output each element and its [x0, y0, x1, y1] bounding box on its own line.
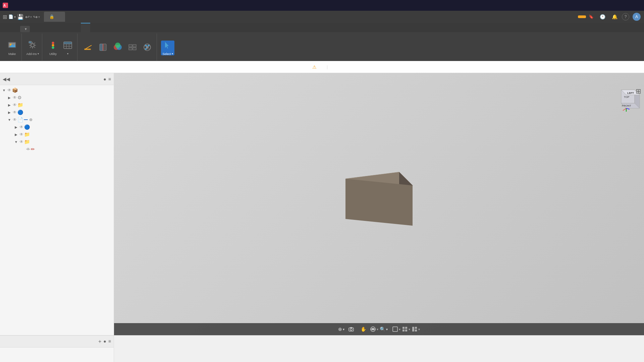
make-image-btn[interactable]: Make [5, 41, 19, 55]
table-btn[interactable]: ▾ [61, 41, 74, 55]
undo-btn[interactable]: ↩▾ [25, 14, 32, 20]
browser-actions: ● ≡ [103, 76, 111, 82]
svg-rect-8 [29, 42, 32, 43]
tree-item-origin2[interactable]: ▶ 👁 🔵 [0, 123, 114, 131]
eye-icon-views[interactable]: 👁 [13, 103, 17, 107]
display-mode-dropdown[interactable]: ▾ [392, 326, 400, 332]
make-group-icons: Make [5, 34, 19, 61]
svg-point-30 [115, 43, 120, 48]
tree-item-unsaved[interactable]: ▼ 👁 📦 [0, 86, 114, 94]
section-btn[interactable] [96, 41, 110, 55]
main-area: ⚠ | ◀◀ ● ≡ ▼ 👁 📦 ▶ [0, 61, 644, 335]
close-button[interactable] [628, 0, 641, 11]
tab-solid[interactable] [31, 23, 40, 32]
display-btn[interactable] [126, 41, 139, 55]
tree-item-origin[interactable]: ▶ 👁 🔵 [0, 109, 114, 116]
bell-icon[interactable]: 🔔 [610, 12, 619, 21]
comments-add-btn[interactable]: + [98, 339, 101, 345]
viewport[interactable]: LEFT TOP FRONT ⊞ ⊕▾ [114, 73, 644, 335]
tree-expand-root[interactable]: ▼ [1, 88, 7, 92]
clock-icon[interactable]: 🕐 [598, 12, 607, 21]
tab-plastic[interactable] [71, 23, 80, 32]
active-tab[interactable]: 🔒 [44, 12, 65, 22]
component-label [24, 119, 28, 120]
orbit-dropdown[interactable]: ▾ [370, 326, 378, 332]
comments-header: + ● ≡ [0, 336, 114, 348]
tree-expand-sketches[interactable]: ▼ [13, 140, 19, 144]
svg-rect-31 [129, 45, 132, 47]
utility-group: Utility [44, 34, 77, 62]
traffic-light-btn[interactable]: Utility [46, 41, 60, 55]
object-display-btn[interactable] [141, 41, 154, 55]
minimize-button[interactable] [598, 0, 612, 11]
svg-rect-34 [133, 48, 136, 50]
unsaved-indicator: ⚠ [312, 64, 319, 70]
tree-expand-origin2[interactable]: ▶ [13, 125, 19, 129]
zoom-dropdown[interactable]: 🔍▾ [380, 326, 388, 332]
tab-sheet-metal[interactable] [61, 23, 70, 32]
svg-text:LEFT: LEFT [627, 92, 634, 95]
svg-rect-68 [415, 327, 417, 329]
eye-icon-bodies[interactable]: 👁 [19, 132, 23, 137]
help-icon[interactable]: ? [622, 13, 629, 20]
viewport-dropdown[interactable]: ▾ [412, 326, 420, 332]
save-btn-toolbar[interactable]: 💾 [17, 14, 24, 20]
tab-utilities[interactable] [81, 23, 90, 32]
cursor-dropdown[interactable]: ⊕▾ [338, 326, 344, 332]
svg-rect-67 [412, 327, 414, 331]
eye-icon-sketches[interactable]: 👁 [19, 139, 23, 144]
toolbar-area: ⊞ 📄▾ 💾 ↩▾ ↪▾ 🔒 🔖 🕐 🔔 [0, 11, 644, 61]
select-btn[interactable]: Select ▾ [161, 41, 174, 55]
browser-collapse-btn[interactable]: ◀◀ [3, 76, 10, 82]
tree-expand-bodies[interactable]: ▶ [13, 133, 19, 136]
svg-point-12 [52, 46, 54, 49]
browser-pin-btn[interactable]: ● [103, 76, 106, 82]
grid-dropdown[interactable]: ▾ [402, 326, 410, 332]
svg-rect-59 [350, 327, 352, 328]
eye-icon-doc[interactable]: 👁 [13, 95, 17, 100]
app-icon: A [3, 3, 8, 8]
viewport-bottom-toolbar: ⊕▾ ✋ ▾ 🔍▾ [114, 323, 644, 335]
add-ins-icons: Add-Ins ▾ [26, 34, 39, 61]
inspect-group [79, 34, 157, 62]
tree-expand-comp1[interactable]: ▼ [7, 118, 12, 122]
eye-icon-sketch1[interactable]: 👁 [26, 147, 30, 152]
maximize-button[interactable] [613, 0, 627, 11]
eye-icon-root[interactable]: 👁 [7, 88, 11, 93]
tree-expand-origin[interactable]: ▶ [7, 111, 12, 114]
eye-icon-origin[interactable]: 👁 [13, 110, 17, 115]
tree-expand-views[interactable]: ▶ [7, 103, 12, 107]
tree-item-sketch1[interactable]: ▶ 👁 ✏ [0, 145, 114, 153]
browser-panel: ◀◀ ● ≡ ▼ 👁 📦 ▶ 👁 ⚙ [0, 73, 114, 335]
eye-icon-comp1[interactable]: 👁 [13, 117, 17, 122]
camera-btn[interactable] [346, 324, 357, 334]
design-dropdown-btn[interactable]: ▾ [20, 26, 30, 32]
new-file-btn[interactable]: 📄▾ [8, 14, 16, 19]
eye-icon-origin2[interactable]: 👁 [19, 125, 23, 129]
tree-expand-doc[interactable]: ▶ [7, 96, 12, 100]
tab-surface[interactable] [41, 23, 50, 32]
tree-item-bodies[interactable]: ▶ 👁 📁 [0, 131, 114, 138]
svg-point-38 [145, 45, 147, 46]
notification-bar: ⚠ | [0, 61, 644, 73]
comments-actions: + ● ≡ [98, 339, 111, 345]
tree-item-sketches[interactable]: ▼ 👁 📁 [0, 138, 114, 145]
materials-btn[interactable] [111, 41, 124, 55]
browser-menu-btn[interactable]: ≡ [108, 76, 111, 82]
tree-item-doc-settings[interactable]: ▶ 👁 ⚙ [0, 94, 114, 101]
tree-item-component1[interactable]: ▼ 👁 📄 ⊕ [0, 116, 114, 123]
pan-btn[interactable]: ✋ [358, 324, 369, 334]
grid-menu-icon[interactable]: ⊞ [3, 14, 7, 20]
redo-btn[interactable]: ↪▾ [33, 14, 40, 20]
tab-mesh[interactable] [51, 23, 60, 32]
tree-item-named-views[interactable]: ▶ 👁 📁 [0, 101, 114, 109]
measure-btn[interactable] [82, 41, 95, 55]
user-icon[interactable]: A [632, 12, 641, 21]
comments-pin-btn[interactable]: ● [103, 339, 106, 345]
add-ins-gear-btn[interactable]: Add-Ins ▾ [26, 41, 39, 55]
comments-menu-btn[interactable]: ≡ [108, 339, 111, 345]
ribbon-content: Make [0, 32, 644, 63]
expiring-soon-btn[interactable] [578, 15, 586, 18]
add-tab-btn[interactable] [66, 12, 76, 21]
layout-btn[interactable]: ⊞ [636, 87, 641, 95]
